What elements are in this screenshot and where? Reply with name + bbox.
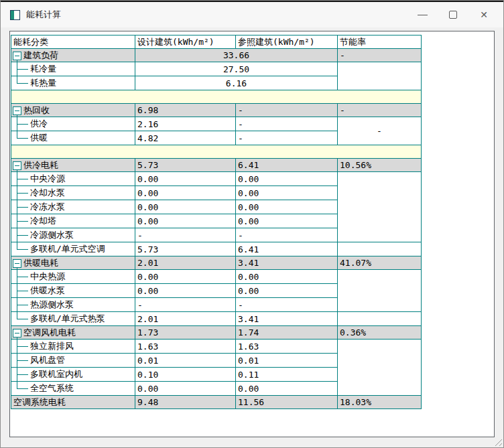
category-cell: 多联机室内机 <box>11 368 135 382</box>
maximize-icon <box>449 11 457 19</box>
value-cell <box>338 270 422 312</box>
table-row: 耗冷量27.50 <box>11 62 422 76</box>
value-cell: 6.16 <box>135 76 338 90</box>
category-cell: 热回收 <box>11 104 135 117</box>
category-cell: 冷冻水泵 <box>11 200 135 214</box>
row-label: 冷冻水泵 <box>30 202 65 212</box>
value-cell: 27.50 <box>135 62 338 76</box>
table-row: 供冷电耗5.736.4110.56% <box>11 159 422 172</box>
row-label: 冷却塔 <box>30 216 56 226</box>
row-label: 中央热源 <box>30 271 65 281</box>
window-title: 能耗计算 <box>26 9 61 21</box>
category-cell: 空调系统电耗 <box>11 396 135 409</box>
category-cell: 全空气系统 <box>11 382 135 396</box>
table-row: 供暖电耗2.013.4141.07% <box>11 256 422 270</box>
value-cell: - <box>338 104 422 117</box>
tree-branch-icon <box>17 382 28 395</box>
category-cell: 中央热源 <box>11 270 135 284</box>
value-cell: 0.00 <box>135 214 236 228</box>
table-row: 中央冷源0.000.00 <box>11 172 422 186</box>
value-cell: 2.01 <box>135 312 236 326</box>
value-cell <box>338 242 422 256</box>
resize-grip[interactable] <box>493 437 502 446</box>
value-cell: 0.36% <box>338 326 422 340</box>
category-cell: 供暖电耗 <box>11 256 135 270</box>
value-cell: 0.00 <box>236 284 338 298</box>
client-area: 能耗分类设计建筑(kWh/m²)参照建筑(kWh/m²)节能率建筑负荷33.66… <box>9 31 495 437</box>
tree-branch-icon <box>17 172 28 185</box>
value-cell: - <box>236 104 338 117</box>
row-label: 多联机室内机 <box>30 369 82 379</box>
collapse-toggle-icon[interactable] <box>13 329 21 338</box>
row-label: 风机盘管 <box>30 355 65 365</box>
table-row: 多联机/单元式热泵2.013.41 <box>11 312 422 326</box>
minimize-button[interactable] <box>407 2 438 27</box>
value-cell: 1.74 <box>236 326 338 340</box>
value-cell: 33.66 <box>135 49 338 62</box>
tree-branch-icon <box>17 270 28 283</box>
table-row: 空调风机电耗1.731.740.36% <box>11 326 422 340</box>
separator-cell <box>11 145 422 159</box>
close-button[interactable]: ✕ <box>468 2 499 27</box>
tree-branch-icon <box>17 368 28 381</box>
value-cell: - <box>135 298 236 312</box>
row-label: 中央冷源 <box>30 173 65 183</box>
tree-branch-icon <box>17 284 28 297</box>
table-row: 供冷2.16-- <box>11 117 422 131</box>
maximize-button[interactable] <box>438 2 468 27</box>
window: 能耗计算 ✕ 能耗分类设计建筑(kWh/m²)参照建筑(kWh/m²)节能率建筑… <box>0 0 504 448</box>
collapse-toggle-icon[interactable] <box>13 106 21 115</box>
tree-branch-icon <box>17 214 28 228</box>
tree-branch-icon <box>17 186 28 200</box>
collapse-toggle-icon[interactable] <box>13 259 21 268</box>
value-cell: 0.00 <box>236 382 338 396</box>
table-row: 空调系统电耗9.4811.5618.03% <box>11 396 422 409</box>
app-icon[interactable] <box>10 10 20 20</box>
category-cell: 供暖水泵 <box>11 284 135 298</box>
value-cell: 4.82 <box>135 131 236 145</box>
category-cell: 中央冷源 <box>11 172 135 186</box>
window-controls: ✕ <box>407 2 499 27</box>
value-cell: - <box>236 131 338 145</box>
row-label: 供暖 <box>30 133 48 143</box>
value-cell: 0.00 <box>236 172 338 186</box>
row-label: 建筑负荷 <box>23 50 58 60</box>
category-cell: 空调风机电耗 <box>11 326 135 340</box>
value-cell <box>338 312 422 326</box>
value-cell: 0.00 <box>236 200 338 214</box>
value-cell: 0.00 <box>135 186 236 200</box>
title-bar[interactable]: 能耗计算 ✕ <box>1 2 503 27</box>
collapse-toggle-icon[interactable] <box>13 161 21 170</box>
collapse-toggle-icon[interactable] <box>13 52 21 60</box>
value-cell: 3.41 <box>236 256 338 270</box>
row-label: 供暖水泵 <box>30 285 65 295</box>
table-row: 中央热源0.000.00 <box>11 270 422 284</box>
table-row: 独立新排风1.631.63 <box>11 340 422 354</box>
row-label: 冷却水泵 <box>30 188 65 198</box>
value-cell <box>338 62 422 90</box>
category-cell: 耗冷量 <box>11 62 135 76</box>
row-label: 冷源侧水泵 <box>30 230 74 240</box>
value-cell: 5.73 <box>135 159 236 172</box>
category-cell: 供暖 <box>11 131 135 145</box>
tree-line <box>17 338 17 339</box>
column-header: 参照建筑(kWh/m²) <box>236 35 338 49</box>
row-label: 供冷 <box>30 119 48 129</box>
close-icon: ✕ <box>480 10 488 19</box>
value-cell: 11.56 <box>236 396 338 409</box>
value-cell: 0.11 <box>236 368 338 382</box>
tree-branch-icon <box>17 76 28 90</box>
value-cell: 9.48 <box>135 396 236 409</box>
column-header: 能耗分类 <box>11 35 135 49</box>
row-label: 供暖电耗 <box>23 258 58 268</box>
table-row: 建筑负荷33.66- <box>11 49 422 62</box>
category-cell: 多联机/单元式热泵 <box>11 312 135 326</box>
tree-branch-icon <box>17 62 28 76</box>
tree-line <box>17 60 17 62</box>
row-label: 热回收 <box>23 105 50 115</box>
value-cell: 6.41 <box>236 242 338 256</box>
tree-branch-icon <box>17 298 28 311</box>
tree-branch-icon <box>17 312 28 325</box>
value-cell: 0.00 <box>135 200 236 214</box>
row-label: 空调风机电耗 <box>23 327 76 338</box>
